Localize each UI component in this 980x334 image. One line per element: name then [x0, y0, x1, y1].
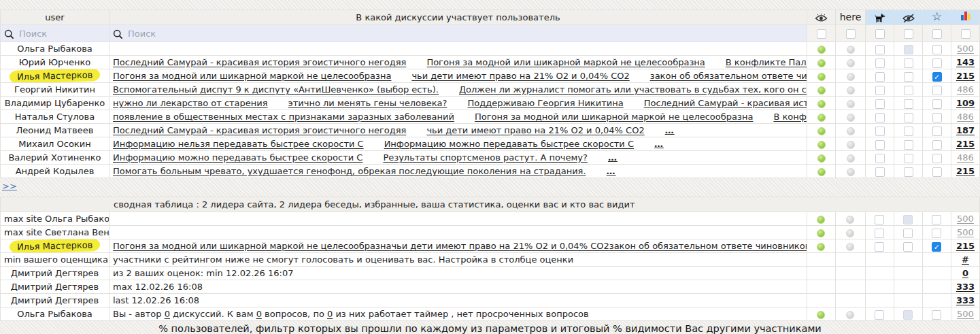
score-link[interactable]: # — [962, 254, 969, 265]
discussion-link[interactable]: Последний Самурай - красивая история эго… — [644, 98, 807, 108]
dog-checkbox[interactable] — [875, 127, 885, 136]
discussion-link[interactable]: Погоня за модной или шикарной маркой не … — [113, 71, 391, 81]
hidden-eye-checkbox[interactable] — [904, 167, 913, 177]
discussion-link[interactable]: В конфликте Палестины и Израил… — [726, 57, 807, 67]
hidden-eye-checkbox[interactable] — [904, 72, 913, 82]
star-checkbox[interactable] — [932, 127, 942, 136]
dog-checkbox[interactable] — [875, 140, 885, 150]
star-checkbox[interactable] — [932, 229, 941, 238]
score-link[interactable]: 486 — [957, 84, 974, 95]
score-link[interactable]: 0 — [962, 268, 968, 278]
dog-checkbox[interactable] — [875, 99, 885, 109]
here-filter-checkbox[interactable] — [846, 29, 856, 39]
more-discussions-link[interactable]: … — [665, 125, 675, 135]
dog-checkbox[interactable] — [875, 86, 885, 95]
dog-checkbox[interactable] — [875, 45, 885, 54]
discussion-link[interactable]: Погоня за модной или шикарной маркой не … — [426, 57, 705, 67]
discussion-link[interactable]: Помогать больным чревато, ухудшается ген… — [113, 166, 586, 176]
star-checkbox[interactable] — [932, 167, 942, 177]
dog-checkbox[interactable] — [875, 215, 884, 224]
user-column-header[interactable]: user — [1, 10, 109, 25]
score-link[interactable]: 215 — [956, 166, 975, 176]
dog-checkbox[interactable] — [875, 242, 884, 252]
dog-checkbox[interactable] — [875, 310, 884, 320]
score-link[interactable]: 333 — [956, 282, 975, 292]
star-column-header[interactable]: ☆ — [923, 10, 951, 25]
score-link[interactable]: 109 — [956, 98, 975, 108]
discussion-link[interactable]: нужно ли лекарство от старения — [113, 98, 268, 108]
rating-filter-checkbox[interactable] — [961, 29, 970, 39]
expand-rows-link[interactable]: >> — [2, 181, 17, 191]
hidden-eye-checkbox[interactable] — [904, 99, 913, 109]
dog-checkbox[interactable] — [875, 72, 885, 82]
visible-eye-column-header[interactable] — [807, 10, 836, 25]
discussion-link[interactable]: этично ли менять гены человека? — [288, 98, 447, 108]
score-link[interactable]: 187 — [956, 125, 975, 135]
score-link[interactable]: 143 — [956, 57, 975, 67]
discussion-link[interactable]: закон об обязательном ответе чиновников … — [650, 71, 807, 81]
more-discussions-link[interactable]: … — [608, 152, 618, 163]
score-link[interactable]: 333 — [956, 295, 975, 305]
discussion-link[interactable]: В конфликте Палестин… — [773, 112, 807, 122]
star-checkbox[interactable] — [932, 154, 942, 163]
discussion-link[interactable]: Информацию можно передавать быстрее скор… — [384, 139, 634, 149]
score-link[interactable]: 500 — [957, 309, 974, 319]
star-checkbox[interactable]: ✓ — [932, 242, 941, 252]
discussion-link[interactable]: Информацию нельзя передавать быстрее ско… — [113, 139, 364, 149]
discussion-link[interactable]: чьи дети имеют право на 21% O2 и 0,04% C… — [426, 125, 644, 135]
discussion-link[interactable]: закон об обязательном ответе чиновников … — [609, 241, 807, 251]
hidden-eye-checkbox[interactable] — [904, 86, 913, 95]
dog-checkbox[interactable] — [875, 59, 885, 68]
score-link[interactable]: 215 — [956, 139, 975, 149]
here-column-header[interactable]: here — [836, 10, 866, 25]
discussion-search-input[interactable] — [128, 29, 803, 39]
hidden-eye-checkbox[interactable] — [904, 154, 913, 163]
dog-column-header[interactable] — [866, 10, 894, 25]
hidden-eye-checkbox[interactable] — [903, 242, 913, 252]
discussion-link[interactable]: Последний Самурай - красивая история эго… — [113, 125, 406, 135]
star-checkbox[interactable]: ✓ — [932, 72, 942, 82]
discussion-link[interactable]: Вспомогательный диспут 9 к диспуту «Анти… — [113, 84, 439, 95]
star-checkbox[interactable] — [932, 140, 942, 150]
discussion-link[interactable]: чьи дети имеют право на 21% O2 и 0,04% C… — [411, 71, 629, 81]
star-checkbox[interactable] — [932, 113, 942, 122]
discussion-link[interactable]: появление в общественных местах с призна… — [113, 112, 454, 122]
star-checkbox[interactable] — [932, 215, 941, 224]
discussion-link[interactable]: Последний Самурай - красивая история эго… — [113, 57, 406, 67]
star-checkbox[interactable] — [932, 86, 942, 95]
more-discussions-link[interactable]: … — [654, 139, 664, 149]
discussion-link[interactable]: Информацию можно передавать быстрее скор… — [113, 152, 362, 163]
hidden-eye-column-header[interactable] — [894, 10, 923, 25]
score-link[interactable]: 500 — [957, 44, 974, 54]
dog-checkbox[interactable] — [875, 229, 884, 238]
inline-count-link[interactable]: 0 — [165, 309, 170, 319]
hidden-eye-checkbox[interactable] — [904, 140, 913, 150]
star-checkbox[interactable] — [932, 310, 941, 320]
visible-eye-filter-checkbox[interactable] — [817, 29, 826, 39]
hidden-eye-checkbox[interactable] — [904, 113, 913, 122]
dog-checkbox[interactable] — [875, 167, 885, 177]
star-checkbox[interactable] — [932, 45, 942, 54]
discussion-link[interactable]: Результаты спортсменов растут. А почему? — [383, 152, 588, 163]
inline-count-link[interactable]: 0 — [256, 309, 262, 319]
score-link[interactable]: 500 — [957, 227, 974, 237]
dog-checkbox[interactable] — [875, 113, 885, 122]
rating-column-header[interactable] — [951, 10, 980, 25]
discussion-link[interactable]: чьи дети имеют право на 21% O2 и 0,04% C… — [391, 241, 609, 251]
hidden-eye-filter-checkbox[interactable] — [904, 29, 913, 39]
score-link[interactable]: 500 — [957, 214, 974, 224]
discussion-link[interactable]: Погоня за модной или шикарной маркой не … — [475, 112, 753, 122]
score-link[interactable]: 215 — [956, 241, 975, 251]
more-discussions-link[interactable]: … — [607, 166, 616, 176]
discussion-link[interactable]: Погоня за модной или шикарной маркой не … — [113, 241, 391, 251]
score-link[interactable]: 215 — [956, 71, 975, 81]
score-link[interactable]: 486 — [957, 152, 974, 163]
hidden-eye-checkbox[interactable] — [904, 59, 913, 68]
dog-checkbox[interactable] — [875, 154, 885, 163]
score-link[interactable]: 486 — [957, 112, 974, 122]
star-checkbox[interactable] — [932, 99, 942, 109]
discussion-link[interactable]: Поддерживаю Георгия Никитина — [467, 98, 623, 108]
discussion-link[interactable]: Должен ли журналист помогать или участво… — [459, 84, 807, 95]
dog-filter-checkbox[interactable] — [875, 29, 885, 39]
discussion-column-header[interactable]: В какой дискуссии участвует пользователь — [109, 10, 807, 25]
